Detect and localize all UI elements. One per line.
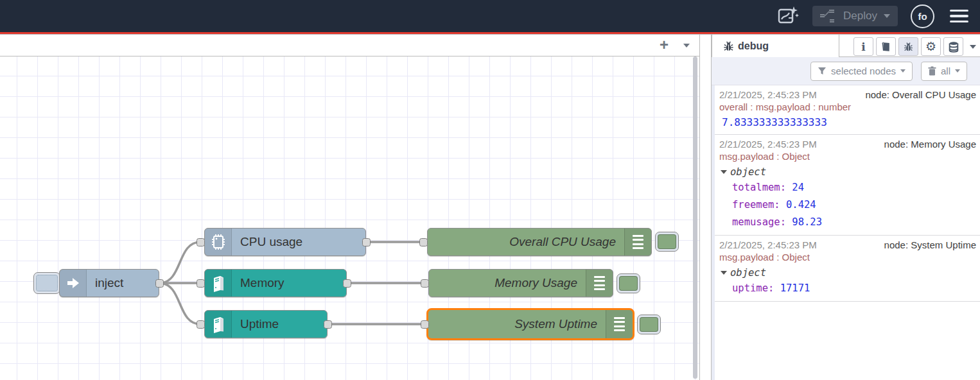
tab-context-button[interactable]	[943, 37, 963, 56]
debug-toggle-state	[640, 317, 658, 332]
cpu-usage-node[interactable]: CPU usage	[204, 228, 366, 256]
deploy-nodes-icon	[820, 10, 837, 22]
deploy-label: Deploy	[843, 10, 877, 22]
flow-sparkle-icon[interactable]	[775, 4, 800, 28]
chip-icon	[205, 229, 232, 255]
filter-label: selected nodes	[831, 65, 896, 76]
caret-down-icon	[900, 69, 906, 73]
inject-trigger-inner	[36, 275, 58, 291]
workspace: +	[0, 35, 700, 380]
expand-caret-icon[interactable]	[721, 170, 727, 174]
port-input-debug-memory[interactable]	[421, 279, 429, 288]
node-label: CPU usage	[232, 235, 365, 249]
message-payload-value: 7.833333333333333	[722, 116, 976, 128]
database-icon	[948, 41, 959, 53]
caret-down-icon	[955, 69, 960, 73]
object-value: 0.424	[786, 199, 816, 211]
message-timestamp: 2/21/2025, 2:45:23 PM	[719, 139, 817, 150]
add-flow-button[interactable]: +	[654, 36, 674, 54]
main-menu-icon[interactable]	[947, 7, 971, 26]
port-output-uptime[interactable]	[324, 320, 332, 329]
debug-node-memory-usage[interactable]: Memory Usage	[428, 269, 613, 297]
debug-tab-label: debug	[738, 40, 769, 52]
deploy-caret-icon[interactable]	[884, 14, 890, 18]
inject-trigger-button[interactable]	[33, 272, 60, 294]
expand-caret-icon[interactable]	[721, 271, 727, 275]
funnel-icon	[818, 67, 827, 75]
debug-sidebar: debug i	[711, 35, 980, 380]
node-label: Memory	[232, 276, 346, 290]
node-label: System Uptime	[428, 317, 606, 331]
message-timestamp: 2/21/2025, 2:45:23 PM	[719, 239, 817, 250]
bug-icon	[903, 41, 914, 52]
object-key: totalmem:	[732, 182, 786, 193]
flow-canvas[interactable]: inject CPU usage	[0, 56, 699, 380]
avatar-initials: fo	[918, 11, 927, 22]
object-entry: memusage: 98.23	[732, 213, 976, 230]
node-label: inject	[87, 276, 159, 290]
tab-debug[interactable]: debug	[712, 35, 839, 57]
debug-list-icon	[586, 270, 613, 297]
object-entry: uptime: 17171	[732, 279, 976, 297]
deploy-button[interactable]: Deploy	[812, 6, 898, 26]
inject-node[interactable]: inject	[59, 269, 159, 297]
flow-list-button[interactable]	[679, 39, 694, 53]
message-node-name: node: Memory Usage	[884, 139, 976, 150]
debug-toggle-button[interactable]	[617, 273, 640, 293]
message-node-name: node: System Uptime	[884, 239, 976, 250]
trash-icon	[928, 66, 936, 76]
debug-toggle-button[interactable]	[655, 232, 679, 252]
message-node-name: node: Overall CPU Usage	[865, 89, 976, 100]
memory-node[interactable]: Memory	[204, 269, 347, 297]
debug-message[interactable]: 2/21/2025, 2:45:23 PM node: System Uptim…	[715, 236, 980, 302]
port-input-memory[interactable]	[197, 279, 205, 288]
user-avatar[interactable]: fo	[911, 4, 934, 28]
object-entry: totalmem: 24	[732, 178, 976, 196]
canvas-scrollbar[interactable]	[693, 56, 698, 379]
object-label: object	[730, 166, 766, 178]
caret-down-icon	[683, 44, 690, 48]
port-output-inject[interactable]	[155, 279, 164, 288]
port-output-memory[interactable]	[343, 279, 351, 288]
wire[interactable]	[159, 283, 200, 324]
header: Deploy fo	[0, 0, 980, 32]
debug-list-icon	[624, 229, 651, 255]
uptime-node[interactable]: Uptime	[204, 310, 328, 338]
clear-label: all	[941, 65, 950, 76]
tab-help-button[interactable]	[876, 37, 896, 56]
node-label: Memory Usage	[429, 276, 586, 290]
node-label: Overall CPU Usage	[428, 235, 624, 249]
object-key: memusage:	[732, 216, 786, 228]
tab-debug-button[interactable]	[898, 37, 918, 56]
clear-messages-button[interactable]: all	[921, 62, 967, 81]
debug-toggle-button[interactable]	[637, 315, 661, 334]
object-key: uptime:	[732, 282, 774, 294]
debug-message[interactable]: 2/21/2025, 2:45:23 PM node: Memory Usage…	[715, 135, 980, 236]
tab-info-button[interactable]: i	[853, 37, 873, 56]
info-icon: i	[861, 40, 865, 53]
object-key: freemem:	[732, 199, 780, 211]
tab-config-button[interactable]: ⚙	[921, 37, 941, 56]
port-input-cpu[interactable]	[197, 238, 205, 246]
wire[interactable]	[159, 242, 200, 283]
debug-node-overall-cpu[interactable]: Overall CPU Usage	[427, 228, 652, 256]
object-entry: freemem: 0.424	[732, 196, 976, 213]
port-input-debug-cpu[interactable]	[419, 238, 428, 246]
port-output-cpu[interactable]	[362, 238, 371, 246]
sidebar-tabs-overflow-button[interactable]	[970, 45, 976, 49]
book-icon	[880, 41, 892, 53]
gear-icon: ⚙	[925, 40, 936, 53]
debug-message[interactable]: 2/21/2025, 2:45:23 PM node: Overall CPU …	[715, 85, 980, 135]
debug-list-icon	[606, 310, 633, 338]
port-input-uptime[interactable]	[197, 320, 205, 329]
object-value: 24	[792, 182, 804, 193]
bug-icon	[722, 40, 735, 52]
inject-arrow-icon	[60, 270, 87, 297]
debug-toggle-state	[658, 234, 676, 249]
sidebar-splitter[interactable]	[701, 35, 711, 380]
server-tower-icon	[205, 270, 232, 297]
filter-button[interactable]: selected nodes	[810, 62, 913, 81]
port-input-debug-uptime[interactable]	[421, 320, 429, 329]
object-value: 17171	[780, 282, 810, 294]
debug-node-system-uptime[interactable]: System Uptime	[426, 308, 634, 340]
